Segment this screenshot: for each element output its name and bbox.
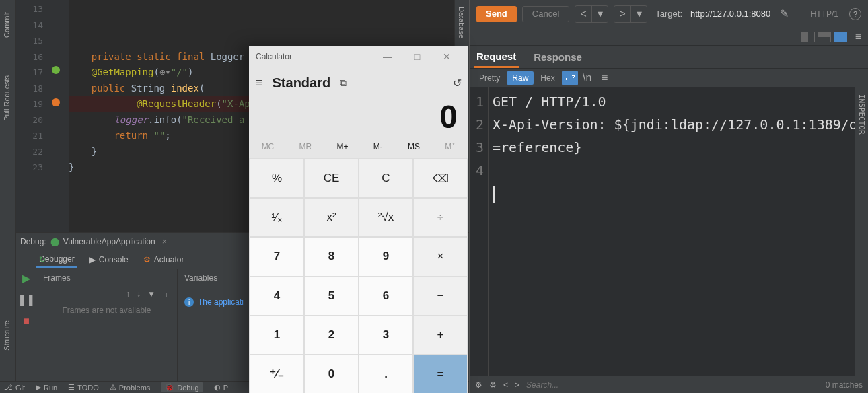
layout-menu-icon[interactable]: ≡ — [855, 31, 861, 43]
chevron-right-icon[interactable]: > — [515, 380, 519, 390]
target-url[interactable]: http://127.0.0.1:8080 — [690, 9, 770, 19]
calc-key-.[interactable]: . — [359, 355, 412, 393]
calc-key-4[interactable]: 4 — [250, 277, 303, 315]
http-text[interactable]: GET / HTTP/1.0 X-Api-Version: ${jndi:lda… — [489, 87, 868, 376]
calc-key-7[interactable]: 7 — [250, 238, 303, 275]
left-tab-pullrequests[interactable]: Pull Requests — [0, 70, 13, 127]
next-frame-icon[interactable]: ↓ — [137, 289, 141, 301]
minimize-button[interactable]: — — [373, 51, 402, 62]
cancel-button[interactable]: Cancel — [522, 6, 569, 22]
pause-icon[interactable]: ❚❚ — [20, 293, 32, 306]
calc-key-6[interactable]: 6 — [359, 277, 412, 315]
tab-console[interactable]: ▶Console — [87, 252, 131, 267]
calc-key-%[interactable]: % — [250, 159, 303, 197]
chevron-left-icon[interactable]: < — [503, 380, 508, 390]
nav-back-group: < ▾ — [575, 5, 608, 23]
wrap-icon[interactable]: ⮐ — [562, 71, 578, 85]
resume-icon[interactable]: ▶ — [20, 272, 32, 284]
calc-key-2[interactable]: 2 — [305, 316, 358, 354]
calc-key-3[interactable]: 3 — [359, 316, 412, 354]
maximize-button[interactable]: □ — [402, 51, 432, 62]
show-nonprint-icon[interactable]: \n — [579, 71, 595, 85]
popout-icon[interactable]: ⧉ — [340, 77, 347, 89]
right-tab-database[interactable]: Database — [455, 0, 468, 45]
debug-runconfig[interactable]: VulnerableAppApplication — [63, 237, 155, 246]
search-options-icon[interactable]: ⚙ — [489, 380, 497, 390]
sb-p[interactable]: ◐P — [214, 383, 228, 392]
tab-request[interactable]: Request — [474, 46, 519, 68]
calc-key-¹⁄ₓ[interactable]: ¹⁄ₓ — [250, 199, 303, 236]
calc-key-9[interactable]: 9 — [359, 238, 412, 275]
sb-todo[interactable]: ☰TODO — [68, 383, 99, 392]
git-icon: ⎇ — [4, 383, 13, 392]
layout-split-h-icon[interactable] — [801, 32, 815, 42]
http-layout-bar: ≡ — [470, 28, 868, 46]
sb-problems[interactable]: ⚠Problems — [110, 383, 150, 392]
layout-single-icon[interactable] — [834, 32, 847, 42]
calc-key-²√x[interactable]: ²√x — [359, 199, 412, 236]
p-icon: ◐ — [214, 383, 221, 392]
calc-key-×[interactable]: × — [414, 238, 467, 275]
list-icon[interactable]: ≡ — [597, 71, 613, 85]
nav-back-icon[interactable]: < — [575, 6, 591, 22]
tab-response[interactable]: Response — [531, 47, 585, 67]
sb-debug[interactable]: 🐞Debug — [161, 382, 203, 392]
layout-split-v-icon[interactable] — [818, 32, 831, 42]
calculator-window[interactable]: Calculator — □ ✕ ≡ Standard ⧉ ↺ 0 MCMRM+… — [249, 46, 468, 393]
calc-titlebar[interactable]: Calculator — □ ✕ — [249, 46, 468, 67]
stop-icon[interactable]: ■ — [20, 315, 32, 327]
calc-key-1[interactable]: 1 — [250, 316, 303, 354]
calc-key-⌫[interactable]: ⌫ — [414, 159, 467, 197]
http-body[interactable]: 1234 GET / HTTP/1.0 X-Api-Version: ${jnd… — [470, 87, 868, 376]
prev-frame-icon[interactable]: ↑ — [126, 289, 130, 301]
calc-key-CE[interactable]: CE — [305, 159, 358, 197]
todo-icon: ☰ — [68, 383, 75, 392]
edit-target-icon[interactable]: ✎ — [780, 7, 789, 20]
calc-mem-m-[interactable]: M- — [373, 142, 383, 151]
calc-key-x²[interactable]: x² — [305, 199, 358, 236]
mode-raw[interactable]: Raw — [507, 71, 534, 85]
left-tab-structure[interactable]: Structure — [0, 315, 13, 356]
run-icon: ▶ — [36, 383, 41, 392]
calc-key-−[interactable]: − — [414, 277, 467, 315]
breakpoint-icon[interactable] — [51, 98, 61, 107]
right-tab-inspector[interactable]: INSPECTOR — [855, 87, 868, 141]
left-tab-commit[interactable]: Commit — [0, 7, 13, 43]
mode-hex[interactable]: Hex — [535, 71, 560, 85]
sb-git[interactable]: ⎇Git — [4, 383, 25, 392]
calc-key-⁺⁄₋[interactable]: ⁺⁄₋ — [250, 355, 303, 393]
gutter[interactable] — [48, 0, 69, 232]
filter-icon[interactable]: ▼ — [147, 289, 155, 301]
nav-fwd-menu-icon[interactable]: ▾ — [630, 6, 647, 22]
http-proto[interactable]: HTTP/1 — [811, 9, 838, 19]
calc-mem-m+[interactable]: M+ — [337, 142, 349, 151]
tab-actuator[interactable]: ⚙Actuator — [141, 252, 187, 267]
calc-key-+[interactable]: + — [414, 316, 467, 354]
calc-key-5[interactable]: 5 — [305, 277, 358, 315]
close-icon[interactable]: × — [162, 237, 167, 246]
mode-pretty[interactable]: Pretty — [474, 71, 505, 85]
search-settings-icon[interactable]: ⚙ — [475, 380, 482, 390]
nav-back-menu-icon[interactable]: ▾ — [591, 6, 608, 22]
rerun-icon[interactable]: ↻ — [36, 254, 48, 266]
send-button[interactable]: Send — [476, 6, 517, 22]
calc-mem-m˅: M˅ — [445, 142, 456, 151]
help-icon[interactable]: ? — [849, 8, 861, 20]
calc-key-0[interactable]: 0 — [305, 355, 358, 393]
calc-mem-ms[interactable]: MS — [408, 142, 420, 151]
calc-key-8[interactable]: 8 — [305, 238, 358, 275]
problems-icon: ⚠ — [110, 383, 116, 392]
sb-run[interactable]: ▶Run — [36, 383, 57, 392]
calc-key-C[interactable]: C — [359, 159, 412, 197]
debug-icon: 🐞 — [165, 383, 174, 392]
debug-controls: ▶ ❚❚ ■ — [16, 269, 36, 381]
nav-fwd-icon[interactable]: > — [614, 6, 630, 22]
http-top-toolbar: Send Cancel < ▾ > ▾ Target: http://127.0… — [470, 0, 868, 28]
history-icon[interactable]: ↺ — [453, 77, 462, 90]
calc-key-÷[interactable]: ÷ — [414, 199, 467, 236]
add-icon[interactable]: ＋ — [162, 289, 170, 301]
close-button[interactable]: ✕ — [432, 51, 462, 62]
hamburger-icon[interactable]: ≡ — [256, 76, 263, 90]
search-input[interactable] — [526, 380, 819, 390]
calc-key-=[interactable]: = — [414, 355, 467, 393]
